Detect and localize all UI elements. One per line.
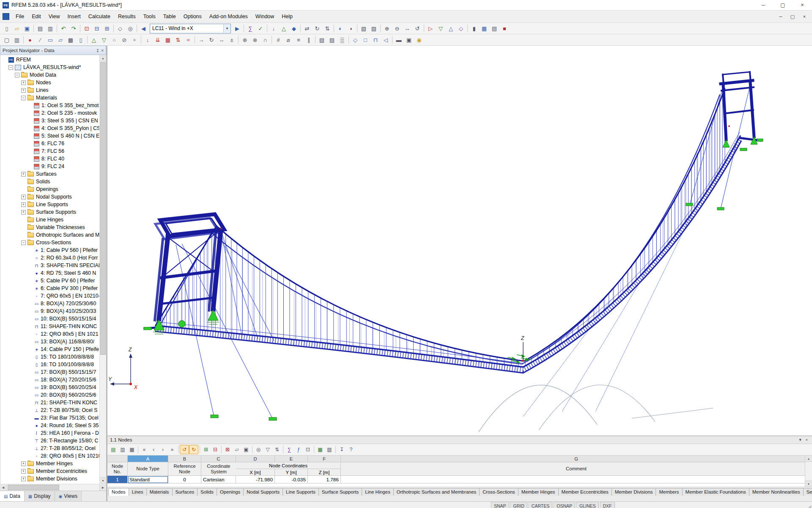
tree-item[interactable]: ∗14: Cable PV 150 | Pfeife: [0, 345, 106, 353]
tree-item[interactable]: ⊤26: T-Rectangle 15/80; C: [0, 437, 106, 444]
tree-item[interactable]: ▫7: QRO 60x5 | EN 10210-: [0, 292, 106, 300]
chevron-down-icon[interactable]: ▼: [223, 25, 230, 33]
tree-item[interactable]: ▭17: BOX(B) 550/15/15/7: [0, 368, 106, 376]
navigator-tab-views[interactable]: ◉Views: [55, 491, 82, 501]
close-icon[interactable]: ×: [101, 48, 104, 53]
tree-item[interactable]: ⊓11: SHAPE-THIN KONC: [0, 323, 106, 330]
document-icon[interactable]: [3, 13, 9, 20]
table-settings-icon[interactable]: ▤: [109, 445, 118, 454]
table-edit-icon[interactable]: ▥: [118, 445, 127, 454]
column-letter-e[interactable]: E: [275, 456, 308, 462]
area-load-icon[interactable]: ▦: [163, 35, 173, 45]
scroll-right-icon[interactable]: ▶: [99, 485, 106, 491]
mdi-minimize-button[interactable]: ─: [775, 12, 787, 21]
opening-tool-icon[interactable]: ▯: [76, 35, 86, 45]
shading-icon[interactable]: ▨: [369, 23, 379, 33]
tables-toggle-icon[interactable]: ▦: [479, 23, 489, 33]
table-tab-cross-sections[interactable]: Cross-Sections: [479, 488, 518, 496]
menu-options[interactable]: Options: [180, 11, 206, 22]
scrollbar-thumb[interactable]: [8, 485, 59, 490]
view-x-icon[interactable]: ▷: [425, 23, 436, 33]
sort-rows-icon[interactable]: ⇅: [272, 445, 282, 454]
find-icon[interactable]: ◎: [254, 445, 263, 454]
tree-item[interactable]: ●4: RD 75; Steel S 460 N: [0, 269, 106, 277]
menu-insert[interactable]: Insert: [64, 11, 85, 22]
model-viewport[interactable]: Z Z Y X: [107, 46, 812, 436]
sync-view-icon[interactable]: ↻: [189, 445, 198, 454]
view-z-icon[interactable]: △: [446, 23, 456, 33]
tree-item[interactable]: −LÁVKA_RESULTS-wind*: [0, 64, 106, 71]
last-row-icon[interactable]: »: [167, 445, 177, 454]
comments-icon[interactable]: ≡: [294, 35, 304, 45]
undo-icon[interactable]: ↶: [58, 23, 69, 33]
row-number-cell[interactable]: 1: [107, 476, 128, 483]
isometric-view-icon[interactable]: ◇: [350, 35, 360, 45]
column-letter-c[interactable]: C: [201, 456, 236, 462]
tree-item[interactable]: Solids: [0, 178, 106, 185]
zoom-out-icon[interactable]: ⊖: [392, 23, 402, 33]
delete-row-icon[interactable]: ⊟: [211, 445, 220, 454]
table-tab-sets-of-members[interactable]: Sets of Members: [803, 488, 812, 496]
tree-item[interactable]: ▭13: BOX(A) 116/8/8/80/: [0, 338, 106, 345]
line-tool-icon[interactable]: ∕: [35, 35, 45, 45]
zoom-window-icon[interactable]: ◎: [125, 23, 135, 33]
table-tab-line-hinges[interactable]: Line Hinges: [362, 488, 394, 496]
print-preview-icon[interactable]: ▥: [45, 23, 55, 33]
tree-item[interactable]: ⊥27: T-2B 80/55/12; Ocel: [0, 444, 106, 452]
table-tab-members[interactable]: Members: [656, 488, 682, 496]
tree-item[interactable]: 3: Steel S 355 | CSN EN 1: [0, 117, 106, 124]
redo-icon[interactable]: ↷: [69, 23, 79, 33]
scroll-left-icon[interactable]: ◀: [0, 485, 7, 491]
tree-item[interactable]: +Member Eccentricities: [0, 467, 106, 475]
menu-view[interactable]: View: [45, 11, 64, 22]
print-graphic-icon[interactable]: ▤: [489, 23, 499, 33]
tree-item[interactable]: ▭10: BOX(B) 550/15/15/4: [0, 315, 106, 323]
panel-toggle-icon[interactable]: ▮: [469, 23, 479, 33]
tree-item[interactable]: +Nodal Supports: [0, 193, 106, 201]
tree-item[interactable]: I25: HEA 160 | Ferona - D: [0, 429, 106, 437]
expander-plus-icon[interactable]: +: [21, 461, 26, 466]
divide-members-icon[interactable]: ⊗: [250, 35, 260, 45]
member-eccentricity-icon[interactable]: ⊘: [119, 35, 129, 45]
expander-minus-icon[interactable]: −: [21, 240, 26, 245]
load-case-combobox[interactable]: LC11 - Wind in +X ▼: [150, 24, 231, 33]
tree-item[interactable]: 8: FLC 40: [0, 155, 106, 163]
tree-item[interactable]: +Member Hinges: [0, 460, 106, 467]
show-loads-icon[interactable]: ↓: [269, 23, 279, 33]
member-hinge-icon[interactable]: ○: [109, 35, 119, 45]
load-case-next-icon[interactable]: ▶: [232, 23, 242, 33]
expander-plus-icon[interactable]: +: [21, 88, 26, 93]
tree-item[interactable]: ▫12: QRO 80x5 | EN 1021: [0, 330, 106, 338]
expander-plus-icon[interactable]: +: [21, 80, 26, 85]
solid-tool-icon[interactable]: ▩: [66, 35, 76, 45]
expander-plus-icon[interactable]: +: [21, 195, 26, 199]
table-tab-member-nonlinearities[interactable]: Member Nonlinearities: [749, 488, 804, 496]
dimensions-icon[interactable]: ⌀: [283, 35, 294, 45]
move-copy-icon[interactable]: ⇄: [302, 23, 312, 33]
menu-file[interactable]: File: [12, 11, 28, 22]
side-view-icon[interactable]: ◁: [381, 35, 391, 45]
clipping-plane-icon[interactable]: ◑: [346, 23, 356, 33]
status-toggle-snap[interactable]: SNAP: [491, 502, 509, 508]
tree-item[interactable]: ▯15: TO 180/100/8/8/8/8: [0, 353, 106, 361]
calculate-icon[interactable]: ∑: [245, 23, 255, 33]
filter-rows-icon[interactable]: ▽: [263, 445, 272, 454]
status-toggle-grid[interactable]: GRID: [510, 502, 527, 508]
rotate-icon[interactable]: ↻: [206, 35, 217, 45]
expander-minus-icon[interactable]: −: [15, 73, 19, 77]
cell-coordinate-system[interactable]: Cartesian: [201, 476, 236, 483]
member-division-icon[interactable]: ÷: [129, 35, 140, 45]
cell-x[interactable]: -71.980: [236, 476, 275, 483]
hidden-line-render-icon[interactable]: ▧: [317, 35, 327, 45]
table-tab-member-divisions[interactable]: Member Divisions: [612, 488, 656, 496]
tree-item[interactable]: ⊥22: T-2B 80/75/8; Ocel S: [0, 406, 106, 414]
tree-item[interactable]: +Lines: [0, 86, 106, 94]
show-all-icon[interactable]: ◉: [414, 35, 424, 45]
move-icon[interactable]: →: [196, 35, 206, 45]
nodal-support-icon[interactable]: △: [89, 35, 99, 45]
select-special-icon[interactable]: ◇: [115, 23, 125, 33]
panel-close-icon[interactable]: ×: [806, 438, 808, 442]
scrollbar-thumb[interactable]: [100, 62, 106, 355]
expander-plus-icon[interactable]: +: [21, 172, 26, 177]
load-case-prev-icon[interactable]: ◀: [138, 23, 148, 33]
